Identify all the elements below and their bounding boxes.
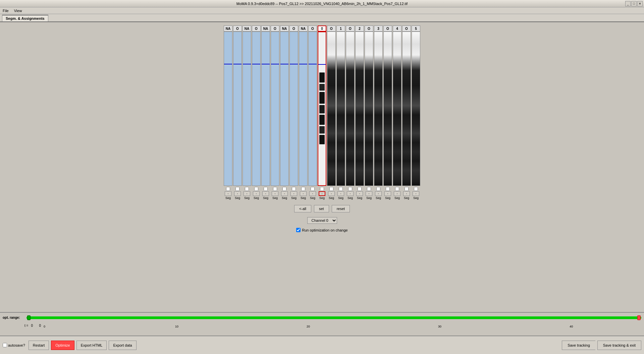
col-minus-na2[interactable]: - xyxy=(244,191,250,196)
micro-image-o10 xyxy=(402,32,411,186)
col-body-na4[interactable] xyxy=(280,32,289,186)
col-minus-c0[interactable]: - xyxy=(319,191,325,196)
col-checkbox-c3[interactable] xyxy=(376,187,380,191)
col-minus-c5[interactable]: - xyxy=(413,191,419,196)
export-html-button[interactable]: Export HTML xyxy=(76,341,107,350)
col-body-o5[interactable] xyxy=(308,32,317,186)
range-slider[interactable] xyxy=(26,315,641,320)
col-checkbox-o3[interactable] xyxy=(273,187,277,191)
reset-button[interactable]: reset xyxy=(332,205,350,212)
col-body-o3[interactable] xyxy=(271,32,279,186)
col-header-o10: O xyxy=(402,26,411,32)
channel-dropdown[interactable]: Channel 0 Channel 1 Channel 2 xyxy=(307,217,337,224)
col-checkbox-o4[interactable] xyxy=(292,187,296,191)
autosave-checkbox[interactable] xyxy=(3,343,7,347)
blue-line-o5 xyxy=(309,64,317,64)
col-checkbox-o2[interactable] xyxy=(254,187,258,191)
col-checkbox-o8[interactable] xyxy=(367,187,371,191)
col-footer-o8: - Seg xyxy=(366,187,372,200)
col-minus-o8[interactable]: - xyxy=(366,191,372,196)
col-footer-na5: - Seg xyxy=(300,187,307,200)
col-footer-c3: - Seg xyxy=(375,187,382,200)
col-minus-o4[interactable]: - xyxy=(290,191,297,196)
col-body-o4[interactable] xyxy=(289,32,298,186)
col-minus-o7[interactable]: - xyxy=(347,191,354,196)
micro-image-o9 xyxy=(384,32,392,186)
col-checkbox-c0[interactable] xyxy=(320,187,324,191)
set-button[interactable]: set xyxy=(314,205,329,212)
col-checkbox-c2[interactable] xyxy=(358,187,362,191)
optimize-button[interactable]: Optimize xyxy=(51,341,74,350)
col-checkbox-na2[interactable] xyxy=(245,187,249,191)
col-seg-o10: Seg xyxy=(404,196,409,200)
col-checkbox-o9[interactable] xyxy=(386,187,390,191)
col-minus-na5[interactable]: - xyxy=(300,191,307,196)
col-body-o10[interactable] xyxy=(402,32,411,186)
col-minus-o5[interactable]: - xyxy=(309,191,316,196)
col-checkbox-na5[interactable] xyxy=(301,187,305,191)
col-body-c0[interactable] xyxy=(318,32,326,186)
tab-segm-assignments[interactable]: Segm. & Assignments xyxy=(2,15,48,21)
col-minus-c1[interactable]: - xyxy=(337,191,344,196)
col-body-c5[interactable] xyxy=(412,32,420,186)
col-minus-na4[interactable]: - xyxy=(281,191,288,196)
col-header-o6: O xyxy=(327,26,336,32)
tab-bar: Segm. & Assignments xyxy=(0,14,644,22)
maximize-button[interactable]: □ xyxy=(631,1,637,6)
export-data-button[interactable]: Export data xyxy=(109,341,136,350)
col-body-o9[interactable] xyxy=(383,32,392,186)
col-checkbox-o5[interactable] xyxy=(311,187,315,191)
menu-view[interactable]: View xyxy=(13,8,23,13)
col-body-na3[interactable] xyxy=(261,32,270,186)
col-body-na2[interactable] xyxy=(243,32,251,186)
col-checkbox-o7[interactable] xyxy=(348,187,352,191)
col-checkbox-na3[interactable] xyxy=(264,187,268,191)
col-minus-o3[interactable]: - xyxy=(272,191,278,196)
col-body-o1[interactable] xyxy=(233,32,242,186)
optimization-checkbox[interactable] xyxy=(296,228,301,232)
col-minus-o10[interactable]: - xyxy=(403,191,410,196)
column-na3: NA - Seg xyxy=(261,26,270,200)
col-minus-na1[interactable]: - xyxy=(225,191,231,196)
col-checkbox-c5[interactable] xyxy=(414,187,418,191)
col-checkbox-na4[interactable] xyxy=(282,187,286,191)
col-checkbox-na1[interactable] xyxy=(226,187,230,191)
col-body-na5[interactable] xyxy=(299,32,308,186)
channel-select-row: Channel 0 Channel 1 Channel 2 xyxy=(307,217,337,224)
col-minus-na3[interactable]: - xyxy=(262,191,269,196)
col-checkbox-c4[interactable] xyxy=(395,187,399,191)
col-footer-o5: - Seg xyxy=(309,187,316,200)
col-body-o2[interactable] xyxy=(252,32,261,186)
col-body-o8[interactable] xyxy=(365,32,373,186)
col-minus-c4[interactable]: - xyxy=(394,191,400,196)
minimize-button[interactable]: _ xyxy=(625,1,631,6)
col-body-c1[interactable] xyxy=(336,32,345,186)
col-body-na1[interactable] xyxy=(224,32,232,186)
window-controls[interactable]: _ □ ✕ xyxy=(625,1,643,6)
col-body-c3[interactable] xyxy=(374,32,383,186)
col-seg-o1: Seg xyxy=(235,196,240,200)
col-body-c2[interactable] xyxy=(355,32,364,186)
range-right-handle[interactable] xyxy=(637,315,641,320)
restart-button[interactable]: Restart xyxy=(29,341,49,350)
col-body-c4[interactable] xyxy=(393,32,401,186)
col-seg-o8: Seg xyxy=(366,196,372,200)
col-minus-c2[interactable]: - xyxy=(356,191,363,196)
all-button[interactable]: <-all xyxy=(294,205,311,212)
save-tracking-exit-button[interactable]: Save tracking & exit xyxy=(597,341,641,350)
col-checkbox-o10[interactable] xyxy=(405,187,409,191)
close-button[interactable]: ✕ xyxy=(637,1,643,6)
menu-file[interactable]: File xyxy=(1,8,10,13)
col-checkbox-o1[interactable] xyxy=(235,187,239,191)
col-minus-o1[interactable]: - xyxy=(234,191,241,196)
col-checkbox-o6[interactable] xyxy=(329,187,333,191)
col-minus-c3[interactable]: - xyxy=(375,191,382,196)
col-minus-o2[interactable]: - xyxy=(253,191,260,196)
col-body-o6[interactable] xyxy=(327,32,336,186)
save-tracking-button[interactable]: Save tracking xyxy=(562,341,595,350)
col-minus-o6[interactable]: - xyxy=(328,191,335,196)
col-body-o7[interactable] xyxy=(346,32,355,186)
col-checkbox-c1[interactable] xyxy=(339,187,343,191)
range-left-handle[interactable] xyxy=(27,315,31,320)
col-minus-o9[interactable]: - xyxy=(384,191,391,196)
